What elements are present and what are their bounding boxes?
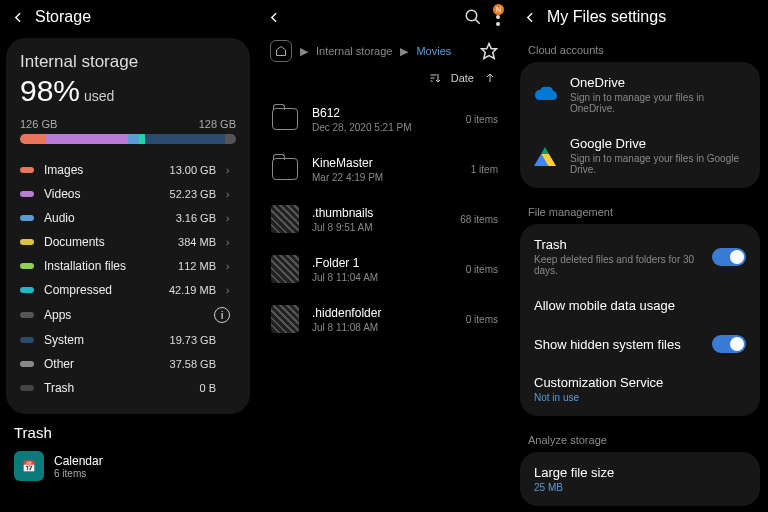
category-dot xyxy=(20,167,34,173)
setting-large-file-size[interactable]: Large file size25 MB xyxy=(520,454,760,504)
storage-subtitle: Internal storage xyxy=(20,52,236,72)
setting-customization-service[interactable]: Customization ServiceNot in use xyxy=(520,364,760,414)
search-icon[interactable] xyxy=(464,8,482,26)
chevron-right-icon: › xyxy=(226,213,236,224)
category-videos[interactable]: Videos52.23 GB› xyxy=(20,182,236,206)
setting-trash[interactable]: TrashKeep deleted files and folders for … xyxy=(520,226,760,287)
category-dot xyxy=(20,287,34,293)
storage-pane: Storage Internal storage 98%used 126 GB … xyxy=(0,0,256,512)
file-item[interactable]: .Folder 1Jul 8 11:04 AM0 items xyxy=(270,244,498,294)
toggle-switch[interactable] xyxy=(712,335,746,353)
page-title: My Files settings xyxy=(547,8,666,26)
category-other: Other37.58 GB xyxy=(20,352,236,376)
home-icon[interactable] xyxy=(270,40,292,62)
category-dot xyxy=(20,385,34,391)
page-title: Storage xyxy=(35,8,91,26)
file-item[interactable]: B612Dec 28, 2020 5:21 PM0 items xyxy=(270,94,498,144)
sort-icon[interactable] xyxy=(429,72,441,84)
category-dot xyxy=(20,263,34,269)
cloud-icon xyxy=(534,86,558,104)
sort-direction-icon[interactable] xyxy=(484,72,496,84)
back-icon[interactable] xyxy=(12,11,25,24)
chevron-right-icon: › xyxy=(226,237,236,248)
chevron-right-icon: › xyxy=(226,189,236,200)
settings-pane: My Files settings Cloud accounts OneDriv… xyxy=(512,0,768,512)
files-pane: N ▶ Internal storage ▶ Movies Date B612D… xyxy=(256,0,512,512)
back-icon[interactable] xyxy=(524,11,537,24)
hidden-folder-icon xyxy=(271,255,299,283)
category-dot xyxy=(20,337,34,343)
sort-label[interactable]: Date xyxy=(451,72,474,84)
capacity-used: 126 GB xyxy=(20,118,57,130)
category-dot xyxy=(20,215,34,221)
hidden-folder-icon xyxy=(271,305,299,333)
trash-item[interactable]: 📅 Calendar 6 items xyxy=(14,451,242,481)
folder-icon xyxy=(272,108,298,130)
category-audio[interactable]: Audio3.16 GB› xyxy=(20,206,236,230)
category-trash: Trash0 B xyxy=(20,376,236,400)
category-installation-files[interactable]: Installation files112 MB› xyxy=(20,254,236,278)
storage-percent: 98%used xyxy=(20,74,236,108)
svg-point-2 xyxy=(496,15,500,19)
capacity-total: 128 GB xyxy=(199,118,236,130)
setting-allow-mobile-data-usage[interactable]: Allow mobile data usage xyxy=(520,287,760,324)
storage-bar xyxy=(20,134,236,144)
cloud-account-google-drive[interactable]: Google DriveSign in to manage your files… xyxy=(520,125,760,186)
toggle-switch[interactable] xyxy=(712,248,746,266)
category-images[interactable]: Images13.00 GB› xyxy=(20,158,236,182)
more-icon[interactable]: N xyxy=(496,8,500,26)
svg-point-0 xyxy=(466,10,477,21)
setting-show-hidden-system-files[interactable]: Show hidden system files xyxy=(520,324,760,364)
chevron-right-icon: › xyxy=(226,261,236,272)
file-item[interactable]: KineMasterMar 22 4:19 PM1 item xyxy=(270,144,498,194)
chevron-right-icon: › xyxy=(226,165,236,176)
trash-title: Trash xyxy=(14,424,242,441)
category-documents[interactable]: Documents384 MB› xyxy=(20,230,236,254)
category-system: System19.73 GB xyxy=(20,328,236,352)
category-dot xyxy=(20,239,34,245)
svg-point-3 xyxy=(496,22,500,26)
cloud-account-onedrive[interactable]: OneDriveSign in to manage your files in … xyxy=(520,64,760,125)
file-item[interactable]: .thumbnailsJul 8 9:51 AM68 items xyxy=(270,194,498,244)
back-icon[interactable] xyxy=(268,11,281,24)
category-apps: Appsi xyxy=(20,302,236,328)
info-icon[interactable]: i xyxy=(214,307,230,323)
breadcrumb[interactable]: ▶ Internal storage ▶ Movies xyxy=(256,34,512,68)
category-dot xyxy=(20,191,34,197)
chevron-right-icon: › xyxy=(226,285,236,296)
notification-badge: N xyxy=(493,4,504,15)
storage-card: Internal storage 98%used 126 GB 128 GB I… xyxy=(6,38,250,414)
hidden-folder-icon xyxy=(271,205,299,233)
category-dot xyxy=(20,312,34,318)
cloud-icon xyxy=(534,147,558,165)
category-dot xyxy=(20,361,34,367)
category-compressed[interactable]: Compressed42.19 MB› xyxy=(20,278,236,302)
file-item[interactable]: .hiddenfolderJul 8 11:08 AM0 items xyxy=(270,294,498,344)
calendar-icon: 📅 xyxy=(14,451,44,481)
star-icon[interactable] xyxy=(480,42,498,60)
folder-icon xyxy=(272,158,298,180)
